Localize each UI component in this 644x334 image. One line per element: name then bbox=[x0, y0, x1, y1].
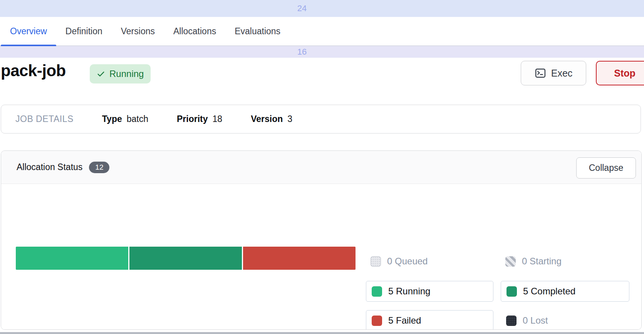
legend-completed-label: 5 Completed bbox=[523, 286, 575, 297]
tab-allocations[interactable]: Allocations bbox=[164, 17, 225, 45]
terminal-icon bbox=[535, 67, 546, 79]
job-field-type-value: batch bbox=[127, 114, 148, 124]
failed-swatch-icon bbox=[372, 316, 382, 326]
starting-swatch-icon bbox=[505, 256, 516, 267]
job-tabbar: Overview Definition Versions Allocations… bbox=[0, 17, 644, 46]
job-field-version: Version 3 bbox=[251, 114, 292, 124]
job-details-section-label: JOB DETAILS bbox=[15, 114, 74, 124]
job-field-type-label: Type bbox=[102, 114, 122, 124]
legend-item-starting: 0 Starting bbox=[505, 254, 562, 268]
legend-item-failed[interactable]: 5 Failed bbox=[366, 310, 493, 330]
tab-overview[interactable]: Overview bbox=[1, 17, 56, 45]
job-field-type: Type batch bbox=[102, 114, 148, 124]
job-overview-page: 24 Overview Definition Versions Allocati… bbox=[0, 0, 644, 334]
bottom-divider bbox=[0, 332, 644, 334]
job-field-priority-label: Priority bbox=[177, 114, 208, 124]
legend-failed-label: 5 Failed bbox=[388, 315, 421, 326]
queued-swatch-icon bbox=[371, 256, 381, 267]
allocation-count-badge: 12 bbox=[89, 162, 109, 173]
bar-segment-running[interactable] bbox=[16, 247, 128, 270]
legend-item-completed[interactable]: 5 Completed bbox=[501, 281, 629, 302]
collapse-button[interactable]: Collapse bbox=[576, 157, 636, 179]
allocation-status-title: Allocation Status bbox=[17, 162, 82, 172]
exec-button[interactable]: Exec bbox=[521, 61, 586, 85]
allocation-stacked-bar bbox=[16, 247, 356, 270]
legend-item-lost: 0 Lost bbox=[506, 314, 548, 327]
legend-item-queued: 0 Queued bbox=[371, 254, 428, 268]
bar-segment-failed[interactable] bbox=[243, 247, 356, 270]
job-field-priority-value: 18 bbox=[213, 114, 223, 124]
status-badge-label: Running bbox=[109, 68, 144, 79]
exec-button-label: Exec bbox=[551, 68, 573, 79]
tab-evaluations[interactable]: Evaluations bbox=[225, 17, 290, 45]
tab-versions[interactable]: Versions bbox=[112, 17, 164, 45]
status-badge: Running bbox=[90, 64, 151, 84]
spacing-annotation-top: 24 bbox=[0, 0, 644, 17]
stop-button[interactable]: Stop bbox=[596, 61, 644, 85]
allocation-chart-body: 0 Queued 0 Starting 5 Running 5 Complete… bbox=[1, 184, 641, 329]
job-field-priority: Priority 18 bbox=[177, 114, 222, 124]
tab-definition[interactable]: Definition bbox=[56, 17, 112, 45]
lost-swatch-icon bbox=[506, 316, 517, 326]
stop-button-label: Stop bbox=[614, 68, 636, 79]
legend-queued-label: 0 Queued bbox=[387, 256, 428, 267]
legend-starting-label: 0 Starting bbox=[522, 256, 562, 267]
spacing-annotation-below-tabs: 16 bbox=[0, 46, 644, 58]
allocation-status-panel: Allocation Status 12 Collapse 0 Queued bbox=[1, 150, 642, 330]
legend-running-label: 5 Running bbox=[388, 286, 430, 297]
page-title: pack-job bbox=[1, 62, 66, 80]
job-field-version-value: 3 bbox=[287, 114, 292, 124]
check-icon bbox=[97, 70, 105, 78]
spacing-annotation-top-value: 24 bbox=[0, 0, 604, 17]
job-details-panel: JOB DETAILS Type batch Priority 18 Versi… bbox=[1, 105, 641, 134]
legend-lost-label: 0 Lost bbox=[523, 315, 548, 326]
collapse-button-label: Collapse bbox=[589, 163, 624, 173]
spacing-annotation-below-tabs-value: 16 bbox=[0, 46, 604, 58]
legend-item-running[interactable]: 5 Running bbox=[366, 281, 493, 302]
completed-swatch-icon bbox=[506, 286, 517, 297]
job-field-version-label: Version bbox=[251, 114, 283, 124]
allocation-status-header: Allocation Status 12 Collapse bbox=[1, 151, 641, 184]
bar-segment-completed[interactable] bbox=[129, 247, 242, 270]
running-swatch-icon bbox=[372, 286, 382, 297]
